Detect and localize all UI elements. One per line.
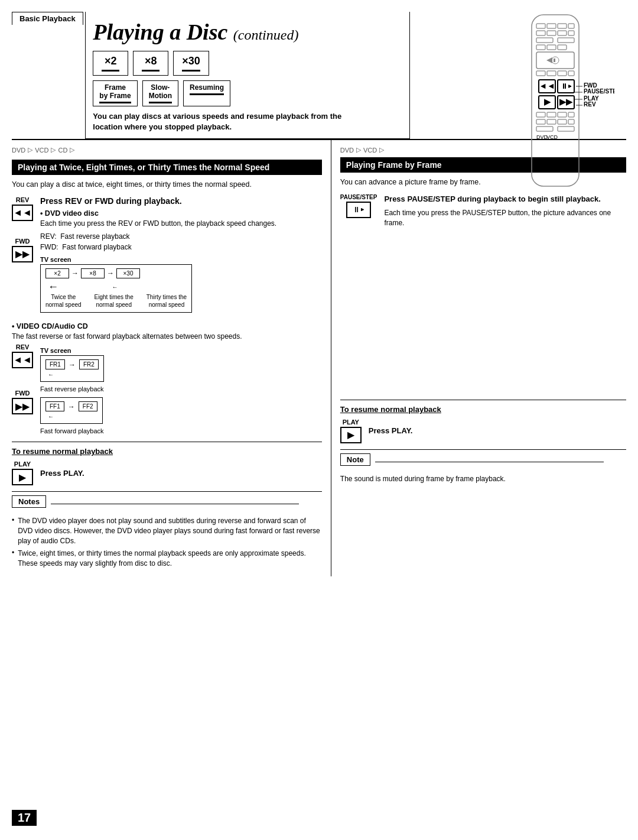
page-number: 17: [12, 810, 37, 826]
svg-rect-18: [536, 71, 545, 76]
notes-left: Notes • The DVD video player does not pl…: [12, 491, 322, 568]
svg-rect-41: [568, 112, 574, 117]
ff2-node: FF2: [79, 401, 97, 411]
notes-divider-left: [51, 504, 299, 504]
ff1-node: FF1: [45, 401, 64, 411]
bullet2-sub: The fast reverse or fast forward playbac…: [12, 332, 322, 342]
svg-rect-21: [568, 71, 574, 76]
speed-x2: ×2: [93, 51, 128, 76]
svg-rect-9: [536, 38, 553, 43]
notes-right: Note The sound is muted during frame by …: [340, 449, 626, 484]
right-column: DVD▷ VCD▷ Playing Frame by Frame You can…: [331, 140, 626, 576]
note-item-2: • Twice, eight times, or thirty times th…: [12, 549, 322, 569]
resume-left-title: To resume normal playback: [12, 447, 322, 456]
tv-screen-label-1: TV screen: [40, 256, 322, 263]
svg-marker-16: [546, 57, 552, 63]
rev-fwd-buttons-2: REV ◄◄ FWD ▶▶: [12, 343, 33, 434]
resume-right-title: To resume normal playback: [340, 405, 626, 414]
intro-text: You can play discs at various speeds and…: [93, 111, 364, 132]
svg-rect-46: [536, 127, 553, 131]
resume-right: To resume normal playback PLAY ▶ Press P…: [340, 400, 626, 443]
breadcrumb: Basic Playback: [12, 12, 83, 25]
rev-button-2: REV ◄◄: [12, 343, 33, 368]
svg-rect-3: [558, 24, 567, 28]
rev-fwd-section: REV ◄◄ FWD ▶▶ Press REV or FWD during pl…: [12, 196, 322, 316]
fr1-node: FR1: [45, 359, 65, 369]
note-text-2: Twice, eight times, or thirty times the …: [18, 549, 322, 569]
speed-label-x2: Twice thenormal speed: [45, 293, 82, 309]
speed-x30: ×30: [173, 51, 209, 76]
fwd-button: FWD ▶▶: [12, 238, 33, 262]
svg-rect-6: [547, 31, 556, 35]
left-desc: You can play a disc at twice, eight time…: [12, 180, 322, 190]
fr-row: FR1 → FR2: [45, 359, 99, 369]
svg-rect-4: [568, 24, 574, 28]
bullet1-sub: Each time you press the REV or FWD butto…: [40, 219, 322, 229]
rev-btn-icon-2: ◄◄: [12, 352, 33, 368]
fr-ff-section: REV ◄◄ FWD ▶▶ TV screen FR1 → FR2: [12, 343, 322, 434]
svg-text:◄◄: ◄◄: [539, 81, 555, 90]
pause-step-sub: Each time you press the PAUSE/STEP butto…: [384, 208, 626, 228]
speed-x8: ×8: [133, 51, 168, 76]
left-column: DVD▷ VCD▷ CD▷ Playing at Twice, Eight Ti…: [12, 140, 331, 576]
fast-reverse-label: Fast reverse playback: [40, 385, 104, 393]
svg-text:▶: ▶: [544, 97, 551, 106]
instruction-block: Press REV or FWD during playback. • DVD …: [40, 196, 322, 316]
play-button-left: PLAY ▶: [12, 460, 33, 485]
left-section-header: Playing at Twice, Eight Times, or Thirty…: [12, 160, 322, 175]
svg-rect-2: [547, 24, 556, 28]
fast-forward-label: Fast forward playback: [40, 427, 104, 434]
play-btn-icon-left: ▶: [12, 469, 33, 485]
speed-flow: ×2 → ×8 → ×30: [45, 268, 187, 278]
fwd-button-2: FWD ▶▶: [12, 390, 33, 414]
svg-rect-8: [568, 31, 574, 35]
page-number-area: 17: [12, 810, 37, 826]
svg-text:PAUSE/STEP: PAUSE/STEP: [584, 88, 614, 95]
remote-area: ◄◄ ⏸▶ ▶ ▶▶ FWD PAUSE/STEP PLAY REV: [496, 12, 626, 203]
button-row: Frameby Frame Slow-Motion Resuming: [93, 80, 402, 106]
instruction-title: Press REV or FWD during playback.: [40, 196, 322, 206]
slow-motion-btn: Slow-Motion: [142, 80, 178, 106]
speed-node-x8: ×8: [81, 268, 105, 278]
tv-screen-label-2: TV screen: [40, 347, 104, 354]
rev-button: REV ◄◄: [12, 196, 33, 221]
svg-text:⏸▶: ⏸▶: [561, 82, 571, 90]
notes-header-left: Notes: [12, 495, 46, 508]
speed-label-x30: Thirty times thenormal speed: [147, 293, 187, 309]
fwd-btn-icon: ▶▶: [12, 246, 33, 262]
press-play-right: Press PLAY.: [369, 426, 413, 435]
speed-node-x30: ×30: [116, 268, 140, 278]
speed-icons: ×2 ×8 ×30: [93, 51, 402, 76]
speed-node-x2: ×2: [45, 268, 69, 278]
page-title: Playing a Disc (continued): [93, 19, 402, 45]
rev-btn-icon: ◄◄: [12, 205, 33, 221]
svg-rect-7: [558, 31, 567, 35]
pause-step-button: PAUSE/STEP ⏸▶: [340, 194, 377, 228]
svg-rect-45: [568, 119, 574, 124]
svg-rect-17: [554, 59, 555, 62]
svg-rect-13: [558, 45, 567, 50]
play-btn-icon-right: ▶: [340, 427, 362, 443]
resume-right-inner: PLAY ▶ Press PLAY.: [340, 419, 626, 443]
svg-rect-39: [547, 112, 556, 117]
arrow-1: →: [71, 269, 79, 277]
svg-rect-44: [558, 119, 567, 124]
tv-diagram-1: ×2 → ×8 → ×30 ← ← Twice thenormal speed: [40, 264, 192, 313]
fr-ff-diagrams: TV screen FR1 → FR2 ← Fast reverse playb…: [40, 343, 104, 434]
svg-rect-19: [547, 71, 556, 76]
svg-text:REV: REV: [584, 101, 596, 108]
fr2-node: FR2: [79, 359, 99, 369]
pause-step-icon: ⏸▶: [346, 202, 371, 218]
resume-left-inner: PLAY ▶ Press PLAY.: [12, 460, 322, 485]
svg-text:VCD: VCD: [546, 134, 558, 140]
tv-diagram-ff: FF1 → FF2 ←: [40, 397, 103, 424]
remote-svg: ◄◄ ⏸▶ ▶ ▶▶ FWD PAUSE/STEP PLAY REV: [496, 12, 614, 201]
svg-rect-20: [558, 71, 567, 76]
svg-rect-42: [536, 119, 545, 124]
notes-left-header-row: Notes: [12, 495, 322, 513]
svg-rect-43: [547, 119, 556, 124]
svg-rect-38: [536, 112, 545, 117]
bullet1: • DVD video disc: [40, 209, 322, 218]
ff-row: FF1 → FF2: [45, 401, 97, 411]
play-button-right: PLAY ▶: [340, 419, 362, 443]
